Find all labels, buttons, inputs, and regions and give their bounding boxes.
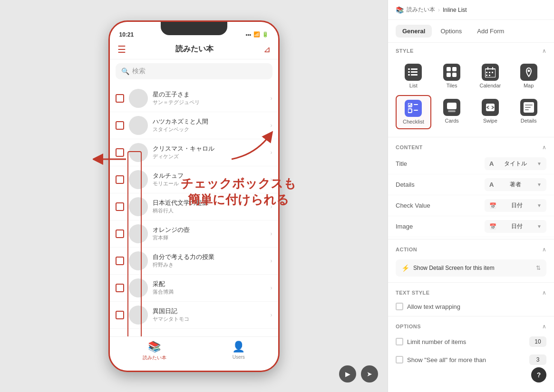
list-item[interactable]: オレンジの壺 宮本輝 › [110,220,278,248]
right-panel: 📚 読みたい本 › Inline List General Options Ad… [388,0,554,392]
svg-point-18 [527,70,530,72]
options-row-limit: Limit number of items 10 [388,333,554,351]
text-wrapping-checkbox[interactable] [396,303,403,310]
item-text-5: オレンジの壺 宮本輝 [153,226,266,241]
style-item-swipe[interactable]: Swipe [473,95,508,129]
content-title-icon: A [489,160,494,167]
content-value-check-value[interactable]: 📅 日付 ▼ [485,199,546,212]
checkbox-0[interactable] [116,94,124,103]
svg-rect-24 [448,110,456,112]
svg-rect-7 [452,67,457,71]
see-all-value[interactable]: 3 [529,354,546,365]
limit-items-value[interactable]: 10 [529,336,546,347]
content-value-details[interactable]: A 著者 ▼ [485,178,546,191]
avatar-1 [129,116,148,135]
tab-options[interactable]: Options [434,25,468,38]
avatar-7 [129,278,148,297]
nav-item-users[interactable]: 👤 Users [232,341,245,361]
svg-rect-23 [447,103,457,109]
svg-rect-17 [489,75,490,76]
checkbox-1[interactable] [116,121,124,130]
style-chevron-icon[interactable]: ∧ [542,48,546,54]
calendar-style-icon [482,64,499,81]
item-subtitle-5: 宮本輝 [153,234,266,241]
phone-notch [161,22,227,35]
item-title-6: 自分で考える力の授業 [153,253,266,261]
svg-rect-28 [525,107,531,108]
send-button[interactable]: ➤ [361,365,378,382]
filter-icon[interactable]: ⊿ [263,44,271,55]
play-button[interactable]: ▶ [339,365,356,382]
status-time: 10:21 [119,31,134,38]
list-item[interactable]: 自分で考える力の授業 狩野みき › [110,248,278,275]
svg-rect-16 [486,75,487,76]
svg-rect-0 [408,68,410,70]
breadcrumb-parent: 読みたい本 [407,6,435,14]
tab-add-form[interactable]: Add Form [470,25,511,38]
svg-rect-11 [487,67,488,70]
content-title-dropdown: ▼ [537,161,542,166]
content-image-icon: 📅 [489,223,496,230]
content-image-dropdown: ▼ [537,224,542,229]
details-style-label: Details [521,118,537,124]
divider-1 [388,137,554,137]
swipe-style-icon [482,99,499,116]
app-title: 読みたい本 [175,44,214,54]
chevron-icon-5: › [271,230,272,237]
avatar-2 [129,143,148,162]
checkbox-7[interactable] [116,284,124,292]
action-lightning-icon: ⚡ [401,264,409,272]
style-item-calendar[interactable]: Calendar [473,60,508,92]
options-section-title: OPTIONS [396,324,421,329]
checkbox-4[interactable] [116,202,124,211]
svg-rect-27 [525,105,533,105]
list-item[interactable]: 星の王子さま サン＝テグジュペリ › [110,85,278,112]
avatar-8 [129,306,148,325]
list-items: 星の王子さま サン＝テグジュペリ › ハツカネズミと人間 スタインベック › [110,83,278,336]
app-header: ☰ 読みたい本 ⊿ [110,40,278,59]
svg-rect-1 [411,68,418,70]
text-style-chevron-icon[interactable]: ∧ [542,289,546,296]
list-style-label: List [409,83,418,88]
checklist-style-label: Checklist [403,119,424,124]
svg-rect-22 [414,110,418,111]
see-all-checkbox[interactable] [396,356,403,363]
options-chevron-icon[interactable]: ∧ [542,323,546,330]
limit-items-checkbox[interactable] [396,338,403,345]
chevron-icon-8: › [271,312,272,318]
help-button[interactable]: ? [531,367,546,382]
nav-label-books: 読みたい本 [143,354,166,361]
chevron-icon-7: › [271,285,272,291]
search-bar[interactable]: 🔍 検索 [116,63,272,79]
breadcrumb-current: Inline List [443,7,467,13]
action-row[interactable]: ⚡ Show Detail Screen for this item ⇅ [396,259,546,277]
content-check-icon: 📅 [489,202,496,209]
svg-rect-13 [486,72,487,73]
cards-style-label: Cards [445,118,458,124]
checkbox-3[interactable] [116,175,124,184]
style-item-tiles[interactable]: Tiles [434,60,470,92]
checkbox-5[interactable] [116,229,124,238]
svg-rect-21 [408,109,412,113]
content-chevron-icon[interactable]: ∧ [542,144,546,151]
search-placeholder: 検索 [132,67,146,76]
details-style-icon [520,99,537,116]
style-item-list[interactable]: List [396,60,431,92]
style-item-checklist[interactable]: Checklist [396,95,431,129]
checkbox-6[interactable] [116,257,124,265]
content-value-image[interactable]: 📅 日付 ▼ [485,220,546,233]
hamburger-icon[interactable]: ☰ [117,44,126,55]
svg-rect-20 [414,104,418,105]
nav-item-books[interactable]: 📚 読みたい本 [143,341,166,361]
users-icon: 👤 [232,341,245,353]
list-item[interactable]: 異国日記 ヤマシタトモコ › [110,302,278,329]
style-item-details[interactable]: Details [511,95,546,129]
style-item-cards[interactable]: Cards [434,95,470,129]
style-item-map[interactable]: Map [511,60,546,92]
content-value-title[interactable]: A タイトル ▼ [485,157,546,170]
tab-general[interactable]: General [396,25,432,38]
checkbox-8[interactable] [116,311,124,319]
list-item[interactable]: 采配 落合博満 › [110,275,278,302]
divider-3 [388,282,554,283]
action-chevron-icon[interactable]: ∧ [542,246,546,253]
